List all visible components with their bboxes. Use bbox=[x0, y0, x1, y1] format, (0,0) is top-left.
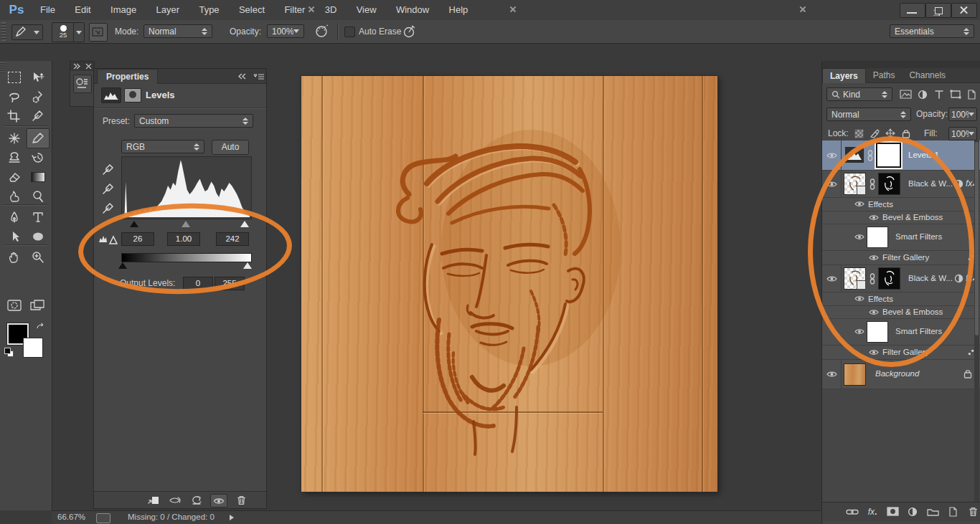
layers-scrollbar[interactable] bbox=[974, 140, 979, 502]
tool-preset-picker[interactable] bbox=[11, 24, 43, 40]
layer-opacity-dropdown[interactable]: 100% bbox=[948, 108, 977, 121]
auto-erase-checkbox[interactable] bbox=[344, 27, 355, 37]
bevel-emboss-row-1[interactable]: Bevel & Emboss bbox=[822, 211, 980, 224]
smudge-tool[interactable] bbox=[4, 187, 25, 206]
workspace-switcher[interactable]: Essentials bbox=[890, 24, 974, 38]
visibility-toggle[interactable] bbox=[854, 328, 864, 338]
rectangular-marquee-tool[interactable] bbox=[4, 68, 25, 87]
default-colors-icon[interactable] bbox=[4, 348, 13, 356]
add-layer-style-button[interactable]: fx. bbox=[865, 505, 880, 518]
visibility-toggle[interactable] bbox=[869, 254, 879, 264]
visibility-toggle[interactable] bbox=[869, 308, 879, 318]
filter-gallery-row-2[interactable]: Filter Gallery bbox=[822, 346, 980, 360]
fill-dropdown[interactable]: 100% bbox=[948, 127, 977, 140]
background-color-swatch[interactable] bbox=[23, 338, 43, 358]
visibility-toggle[interactable] bbox=[854, 233, 864, 243]
menu-window[interactable]: Window bbox=[387, 0, 438, 20]
tab-paths[interactable]: Paths bbox=[866, 68, 903, 82]
tab-channels[interactable]: Channels bbox=[902, 68, 953, 82]
dodge-tool[interactable] bbox=[27, 187, 49, 206]
layer-row-levels-1[interactable]: Levels 1 bbox=[822, 140, 980, 171]
filter-shape-layers-button[interactable] bbox=[948, 87, 963, 101]
lasso-tool[interactable] bbox=[4, 87, 25, 106]
zoom-level-field[interactable]: 66.67% bbox=[57, 513, 85, 521]
gradient-tool[interactable] bbox=[27, 168, 49, 186]
layer-name[interactable]: Background bbox=[875, 369, 919, 378]
black-point-eyedropper[interactable] bbox=[101, 162, 116, 176]
smart-filters-label[interactable]: Smart Filters bbox=[895, 232, 942, 241]
fx-badge[interactable]: fx bbox=[966, 273, 972, 283]
screen-mode-button[interactable] bbox=[27, 296, 48, 315]
hand-tool[interactable] bbox=[4, 248, 25, 267]
layer-mask-badge-icon[interactable] bbox=[124, 88, 141, 103]
smart-filters-label[interactable]: Smart Filters bbox=[895, 327, 942, 335]
quick-selection-tool[interactable] bbox=[27, 87, 49, 106]
airbrush-toggle-button[interactable] bbox=[314, 24, 330, 39]
layer-name[interactable]: Black & W... bbox=[908, 179, 953, 188]
add-layer-mask-button[interactable] bbox=[885, 505, 900, 518]
layer-row-background[interactable]: Background bbox=[822, 360, 980, 389]
collapse-panel-icon[interactable] bbox=[237, 73, 248, 80]
menu-edit[interactable]: Edit bbox=[66, 0, 99, 20]
midtones-input-slider[interactable] bbox=[182, 221, 190, 227]
panel-menu-icon[interactable] bbox=[253, 73, 265, 80]
healing-brush-tool[interactable] bbox=[4, 129, 25, 148]
new-adjustment-layer-button[interactable] bbox=[905, 505, 920, 518]
visibility-toggle[interactable] bbox=[869, 348, 879, 358]
toggle-brush-panel-button[interactable] bbox=[89, 23, 108, 42]
background-thumbnail[interactable] bbox=[844, 363, 866, 386]
filter-gallery-label[interactable]: Filter Gallery bbox=[882, 348, 929, 356]
menu-help[interactable]: Help bbox=[440, 0, 477, 20]
tab-close-icon[interactable] bbox=[509, 6, 516, 12]
menu-view[interactable]: View bbox=[348, 0, 385, 20]
properties-tab[interactable]: Properties bbox=[97, 69, 158, 84]
filter-mask-thumbnail[interactable] bbox=[867, 227, 888, 248]
menu-type[interactable]: Type bbox=[190, 0, 227, 20]
output-white-slider[interactable] bbox=[243, 262, 252, 269]
filter-smart-objects-button[interactable] bbox=[964, 87, 979, 101]
new-group-button[interactable] bbox=[925, 505, 940, 518]
menu-image[interactable]: Image bbox=[102, 0, 145, 20]
delete-layer-button[interactable] bbox=[966, 505, 980, 518]
smart-filters-row-2[interactable]: Smart Filters bbox=[822, 319, 980, 346]
fx-badge[interactable]: fx bbox=[966, 178, 972, 189]
smart-object-thumbnail[interactable] bbox=[844, 267, 866, 290]
brush-preset-picker[interactable]: 25 bbox=[52, 22, 75, 42]
effects-row-2[interactable]: Effects bbox=[822, 292, 980, 306]
smart-object-thumbnail[interactable] bbox=[844, 173, 866, 195]
minimize-button[interactable] bbox=[900, 3, 925, 18]
link-layers-button[interactable] bbox=[845, 505, 859, 518]
menu-layer[interactable]: Layer bbox=[148, 0, 189, 20]
lock-position-button[interactable] bbox=[884, 127, 897, 140]
delete-adjustment-button[interactable] bbox=[233, 494, 249, 506]
mask-link-icon[interactable] bbox=[867, 150, 874, 163]
filter-mask-thumbnail[interactable] bbox=[878, 267, 900, 290]
effects-row-1[interactable]: Effects bbox=[822, 198, 980, 211]
filter-adjustment-layers-button[interactable] bbox=[915, 87, 930, 101]
visibility-toggle[interactable] bbox=[822, 171, 842, 197]
toggle-visibility-button[interactable] bbox=[210, 494, 227, 508]
filter-type-layers-button[interactable] bbox=[931, 87, 946, 101]
mask-link-icon[interactable] bbox=[869, 273, 876, 287]
gamma-input-field[interactable]: 1.00 bbox=[167, 232, 200, 246]
layer-row-black-white-1[interactable]: Black & W... fx bbox=[822, 171, 980, 198]
menu-select[interactable]: Select bbox=[230, 0, 273, 20]
effects-label[interactable]: Effects bbox=[868, 200, 893, 209]
mask-link-icon[interactable] bbox=[869, 178, 876, 192]
auto-button[interactable]: Auto bbox=[212, 140, 249, 155]
levels-thumbnail[interactable] bbox=[845, 147, 864, 163]
tab-close-icon[interactable] bbox=[799, 6, 806, 12]
filter-pixel-layers-button[interactable] bbox=[898, 87, 913, 101]
view-previous-state-button[interactable] bbox=[167, 494, 183, 506]
visibility-toggle[interactable] bbox=[869, 214, 879, 224]
restore-button[interactable] bbox=[925, 3, 951, 18]
eyedropper-tool[interactable] bbox=[27, 107, 49, 125]
layer-name[interactable]: Black & W... bbox=[908, 274, 953, 282]
levels-alert-icon[interactable] bbox=[98, 232, 118, 248]
layer-name[interactable]: Levels 1 bbox=[908, 151, 939, 159]
ellipse-shape-tool[interactable] bbox=[27, 227, 49, 246]
close-button[interactable] bbox=[951, 3, 977, 18]
brush-preset-caret[interactable] bbox=[73, 22, 85, 42]
bevel-emboss-row-2[interactable]: Bevel & Emboss bbox=[822, 306, 980, 319]
filter-gallery-label[interactable]: Filter Gallery bbox=[882, 253, 929, 262]
